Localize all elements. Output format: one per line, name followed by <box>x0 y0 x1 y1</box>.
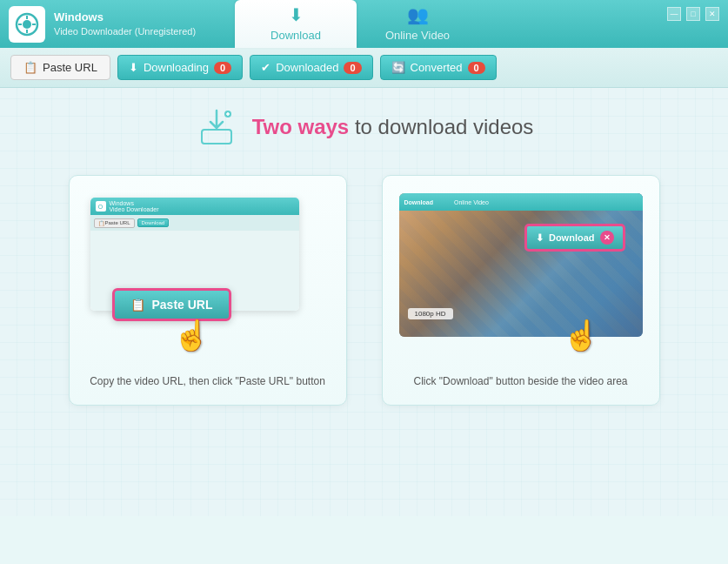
mini-window-title-1: Windows Video Downloader <box>110 200 159 212</box>
downloaded-icon: ✔ <box>261 61 270 74</box>
video-area: Download Online Video ⬇ Download ✕ 1080p… <box>399 193 643 337</box>
converted-icon: 🔄 <box>391 61 405 74</box>
mini-screenshot-1: O Windows Video Downloader 📋Paste URL Do… <box>86 193 330 337</box>
highlighted-paste-url-button[interactable]: 📋 Paste URL <box>112 288 231 321</box>
window-controls: — □ ✕ <box>667 7 719 21</box>
download-tab-icon: ⬇ <box>289 4 304 25</box>
downloaded-button[interactable]: ✔ Downloaded 0 <box>250 55 372 80</box>
card-1-caption: Copy the video URL, then click "Paste UR… <box>90 375 325 387</box>
downloaded-badge: 0 <box>344 62 361 74</box>
paste-icon: 📋 <box>23 61 37 74</box>
maximize-button[interactable]: □ <box>686 7 700 21</box>
mini-screenshot-2: Download Online Video ⬇ Download ✕ 1080p… <box>399 193 643 337</box>
download-btn-overlay[interactable]: ⬇ Download ✕ <box>524 224 625 252</box>
converted-badge: 0 <box>468 62 485 74</box>
cursor-1: ☝ <box>173 318 210 352</box>
card-download-button: Download Online Video ⬇ Download ✕ 1080p… <box>382 175 660 406</box>
paste-btn-icon: 📋 <box>130 298 145 312</box>
downloading-button[interactable]: ⬇ Downloading 0 <box>117 55 243 80</box>
mini-paste-btn: 📋Paste URL <box>94 218 135 228</box>
dl-btn-icon: ⬇ <box>536 232 544 244</box>
downloading-icon: ⬇ <box>129 61 138 74</box>
app-logo <box>9 6 45 43</box>
tab-online-video[interactable]: 👥 Online Video <box>357 0 478 48</box>
main-content: Two ways to download videos O Windows Vi… <box>0 88 728 516</box>
cursor-2: ☝ <box>563 318 599 352</box>
minimize-button[interactable]: — <box>667 7 681 21</box>
headline-text: Two ways to download videos <box>252 115 534 139</box>
close-button[interactable]: ✕ <box>705 7 719 21</box>
headline: Two ways to download videos <box>195 105 534 149</box>
online-video-tab-icon: 👥 <box>407 4 429 25</box>
headline-icon <box>195 105 238 149</box>
mini-window-toolbar-1: 📋Paste URL Download <box>90 215 299 231</box>
close-x-button[interactable]: ✕ <box>600 231 614 245</box>
card-2-caption: Click "Download" button beside the video… <box>414 375 628 387</box>
paste-url-button[interactable]: 📋 Paste URL <box>10 55 110 80</box>
mini-download-btn: Download <box>137 218 170 227</box>
mini-window-titlebar-1: O Windows Video Downloader <box>90 198 299 215</box>
resolution-row: 1080p HD <box>408 308 453 319</box>
mini-window-logo-1: O <box>96 201 106 212</box>
svg-point-1 <box>23 20 31 29</box>
downloading-badge: 0 <box>214 62 231 74</box>
toolbar: 📋 Paste URL ⬇ Downloading 0 ✔ Downloaded… <box>0 48 728 88</box>
converted-button[interactable]: 🔄 Converted 0 <box>380 55 497 80</box>
titlebar: Windows Video Downloader (Unregistered) … <box>0 0 728 48</box>
tab-download[interactable]: ⬇ Download <box>235 0 357 48</box>
cards-container: O Windows Video Downloader 📋Paste URL Do… <box>69 175 660 406</box>
card-paste-url: O Windows Video Downloader 📋Paste URL Do… <box>69 175 347 406</box>
svg-rect-2 <box>202 130 231 144</box>
